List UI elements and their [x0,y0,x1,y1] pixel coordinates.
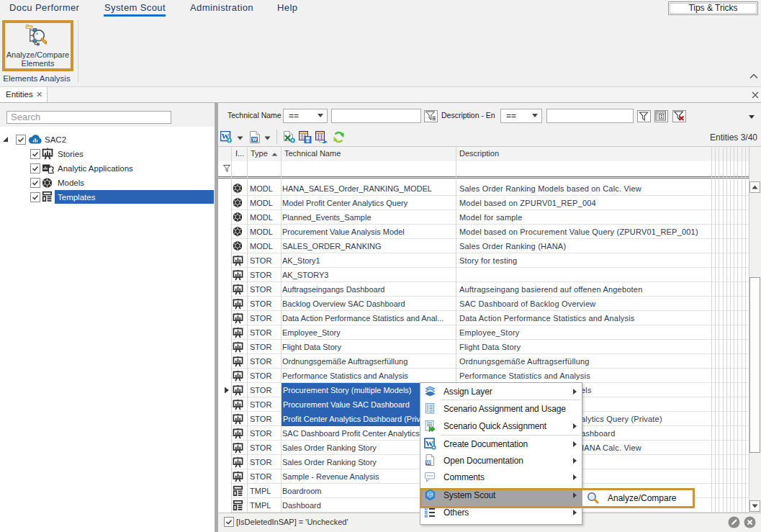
svg-text:W: W [426,460,431,465]
svg-text:W: W [252,137,257,142]
